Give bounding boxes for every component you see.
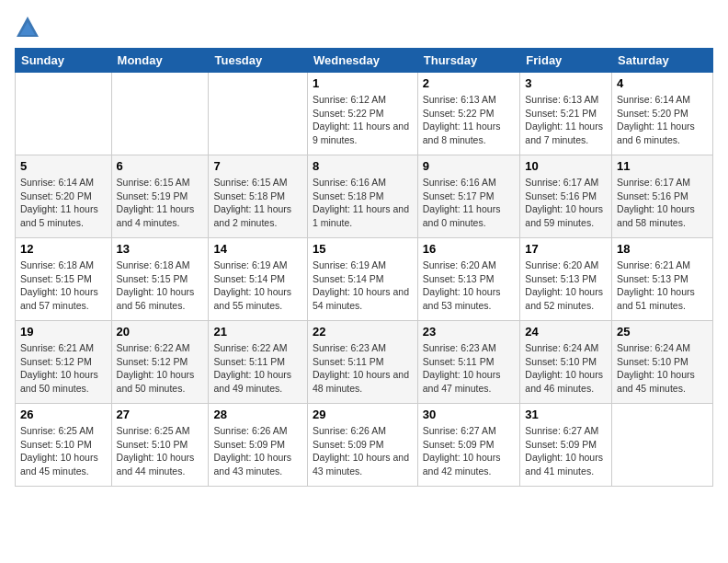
header-day: Saturday [612, 49, 713, 73]
calendar-cell: 13Sunrise: 6:18 AM Sunset: 5:15 PM Dayli… [111, 238, 209, 321]
day-number: 9 [423, 159, 516, 173]
header-row: SundayMondayTuesdayWednesdayThursdayFrid… [16, 49, 713, 73]
day-info: Sunrise: 6:12 AM Sunset: 5:22 PM Dayligh… [313, 93, 413, 147]
day-info: Sunrise: 6:17 AM Sunset: 5:16 PM Dayligh… [525, 176, 607, 230]
day-info: Sunrise: 6:24 AM Sunset: 5:10 PM Dayligh… [617, 341, 708, 396]
calendar-cell: 27Sunrise: 6:25 AM Sunset: 5:10 PM Dayli… [111, 404, 209, 487]
calendar-cell: 10Sunrise: 6:17 AM Sunset: 5:16 PM Dayli… [520, 155, 612, 238]
day-number: 27 [117, 408, 204, 421]
day-number: 4 [617, 76, 708, 90]
calendar-cell: 16Sunrise: 6:20 AM Sunset: 5:13 PM Dayli… [417, 238, 520, 321]
calendar-week-row: 19Sunrise: 6:21 AM Sunset: 5:12 PM Dayli… [16, 321, 713, 404]
day-info: Sunrise: 6:25 AM Sunset: 5:10 PM Dayligh… [20, 424, 107, 478]
day-info: Sunrise: 6:23 AM Sunset: 5:11 PM Dayligh… [313, 341, 413, 396]
calendar-cell: 22Sunrise: 6:23 AM Sunset: 5:11 PM Dayli… [307, 321, 417, 404]
calendar-header: SundayMondayTuesdayWednesdayThursdayFrid… [16, 49, 713, 73]
day-number: 8 [313, 159, 413, 173]
day-number: 28 [213, 408, 302, 421]
day-info: Sunrise: 6:19 AM Sunset: 5:14 PM Dayligh… [313, 259, 413, 313]
page-header [15, 15, 713, 40]
calendar-cell: 3Sunrise: 6:13 AM Sunset: 5:21 PM Daylig… [520, 73, 612, 155]
day-info: Sunrise: 6:21 AM Sunset: 5:13 PM Dayligh… [617, 259, 708, 313]
day-number: 15 [313, 242, 413, 256]
day-number: 24 [525, 325, 607, 339]
calendar-cell [209, 73, 308, 155]
day-number: 20 [117, 325, 204, 339]
day-number: 13 [117, 242, 204, 256]
day-number: 10 [525, 159, 607, 173]
day-info: Sunrise: 6:13 AM Sunset: 5:21 PM Dayligh… [525, 93, 607, 147]
calendar-week-row: 1Sunrise: 6:12 AM Sunset: 5:22 PM Daylig… [16, 73, 713, 155]
logo [15, 15, 42, 40]
day-info: Sunrise: 6:27 AM Sunset: 5:09 PM Dayligh… [423, 424, 516, 478]
calendar-cell: 29Sunrise: 6:26 AM Sunset: 5:09 PM Dayli… [307, 404, 417, 487]
calendar-week-row: 12Sunrise: 6:18 AM Sunset: 5:15 PM Dayli… [16, 238, 713, 321]
day-info: Sunrise: 6:22 AM Sunset: 5:12 PM Dayligh… [117, 341, 204, 396]
day-info: Sunrise: 6:16 AM Sunset: 5:18 PM Dayligh… [313, 176, 413, 230]
calendar-cell: 19Sunrise: 6:21 AM Sunset: 5:12 PM Dayli… [16, 321, 112, 404]
calendar-cell: 24Sunrise: 6:24 AM Sunset: 5:10 PM Dayli… [520, 321, 612, 404]
calendar-cell: 5Sunrise: 6:14 AM Sunset: 5:20 PM Daylig… [16, 155, 112, 238]
day-info: Sunrise: 6:25 AM Sunset: 5:10 PM Dayligh… [117, 424, 204, 478]
day-info: Sunrise: 6:17 AM Sunset: 5:16 PM Dayligh… [617, 176, 708, 230]
day-info: Sunrise: 6:14 AM Sunset: 5:20 PM Dayligh… [617, 93, 708, 147]
day-info: Sunrise: 6:20 AM Sunset: 5:13 PM Dayligh… [423, 259, 516, 313]
day-number: 21 [213, 325, 302, 339]
calendar-cell: 28Sunrise: 6:26 AM Sunset: 5:09 PM Dayli… [209, 404, 308, 487]
day-info: Sunrise: 6:20 AM Sunset: 5:13 PM Dayligh… [525, 259, 607, 313]
day-number: 18 [617, 242, 708, 256]
day-info: Sunrise: 6:22 AM Sunset: 5:11 PM Dayligh… [213, 341, 302, 396]
day-number: 30 [423, 408, 516, 421]
day-info: Sunrise: 6:23 AM Sunset: 5:11 PM Dayligh… [423, 341, 516, 396]
day-info: Sunrise: 6:14 AM Sunset: 5:20 PM Dayligh… [20, 176, 107, 230]
day-info: Sunrise: 6:26 AM Sunset: 5:09 PM Dayligh… [213, 424, 302, 478]
day-number: 16 [423, 242, 516, 256]
calendar-week-row: 26Sunrise: 6:25 AM Sunset: 5:10 PM Dayli… [16, 404, 713, 487]
calendar-cell [612, 404, 713, 487]
calendar-cell: 8Sunrise: 6:16 AM Sunset: 5:18 PM Daylig… [307, 155, 417, 238]
header-day: Thursday [417, 49, 520, 73]
header-day: Friday [520, 49, 612, 73]
day-info: Sunrise: 6:24 AM Sunset: 5:10 PM Dayligh… [525, 341, 607, 396]
calendar-cell: 31Sunrise: 6:27 AM Sunset: 5:09 PM Dayli… [520, 404, 612, 487]
day-number: 14 [213, 242, 302, 256]
day-number: 5 [20, 159, 107, 173]
day-number: 19 [20, 325, 107, 339]
calendar-cell: 17Sunrise: 6:20 AM Sunset: 5:13 PM Dayli… [520, 238, 612, 321]
calendar-cell: 12Sunrise: 6:18 AM Sunset: 5:15 PM Dayli… [16, 238, 112, 321]
header-day: Sunday [16, 49, 112, 73]
day-number: 11 [617, 159, 708, 173]
day-info: Sunrise: 6:27 AM Sunset: 5:09 PM Dayligh… [525, 424, 607, 478]
calendar-cell: 20Sunrise: 6:22 AM Sunset: 5:12 PM Dayli… [111, 321, 209, 404]
day-number: 1 [313, 76, 413, 90]
day-info: Sunrise: 6:19 AM Sunset: 5:14 PM Dayligh… [213, 259, 302, 313]
day-info: Sunrise: 6:26 AM Sunset: 5:09 PM Dayligh… [313, 424, 413, 478]
calendar-cell: 25Sunrise: 6:24 AM Sunset: 5:10 PM Dayli… [612, 321, 713, 404]
calendar-week-row: 5Sunrise: 6:14 AM Sunset: 5:20 PM Daylig… [16, 155, 713, 238]
day-info: Sunrise: 6:18 AM Sunset: 5:15 PM Dayligh… [117, 259, 204, 313]
calendar-cell: 15Sunrise: 6:19 AM Sunset: 5:14 PM Dayli… [307, 238, 417, 321]
calendar-cell: 30Sunrise: 6:27 AM Sunset: 5:09 PM Dayli… [417, 404, 520, 487]
header-day: Wednesday [307, 49, 417, 73]
calendar-cell: 23Sunrise: 6:23 AM Sunset: 5:11 PM Dayli… [417, 321, 520, 404]
day-info: Sunrise: 6:16 AM Sunset: 5:17 PM Dayligh… [423, 176, 516, 230]
day-number: 12 [20, 242, 107, 256]
day-info: Sunrise: 6:15 AM Sunset: 5:19 PM Dayligh… [117, 176, 204, 230]
logo-icon [15, 15, 40, 40]
day-number: 3 [525, 76, 607, 90]
day-number: 17 [525, 242, 607, 256]
day-info: Sunrise: 6:15 AM Sunset: 5:18 PM Dayligh… [213, 176, 302, 230]
calendar-cell: 18Sunrise: 6:21 AM Sunset: 5:13 PM Dayli… [612, 238, 713, 321]
day-number: 29 [313, 408, 413, 421]
calendar-cell: 26Sunrise: 6:25 AM Sunset: 5:10 PM Dayli… [16, 404, 112, 487]
calendar-cell: 7Sunrise: 6:15 AM Sunset: 5:18 PM Daylig… [209, 155, 308, 238]
calendar-cell [111, 73, 209, 155]
day-number: 7 [213, 159, 302, 173]
calendar-cell: 9Sunrise: 6:16 AM Sunset: 5:17 PM Daylig… [417, 155, 520, 238]
calendar-cell: 2Sunrise: 6:13 AM Sunset: 5:22 PM Daylig… [417, 73, 520, 155]
day-number: 23 [423, 325, 516, 339]
day-info: Sunrise: 6:18 AM Sunset: 5:15 PM Dayligh… [20, 259, 107, 313]
header-day: Tuesday [209, 49, 308, 73]
day-number: 31 [525, 408, 607, 421]
calendar-cell: 11Sunrise: 6:17 AM Sunset: 5:16 PM Dayli… [612, 155, 713, 238]
